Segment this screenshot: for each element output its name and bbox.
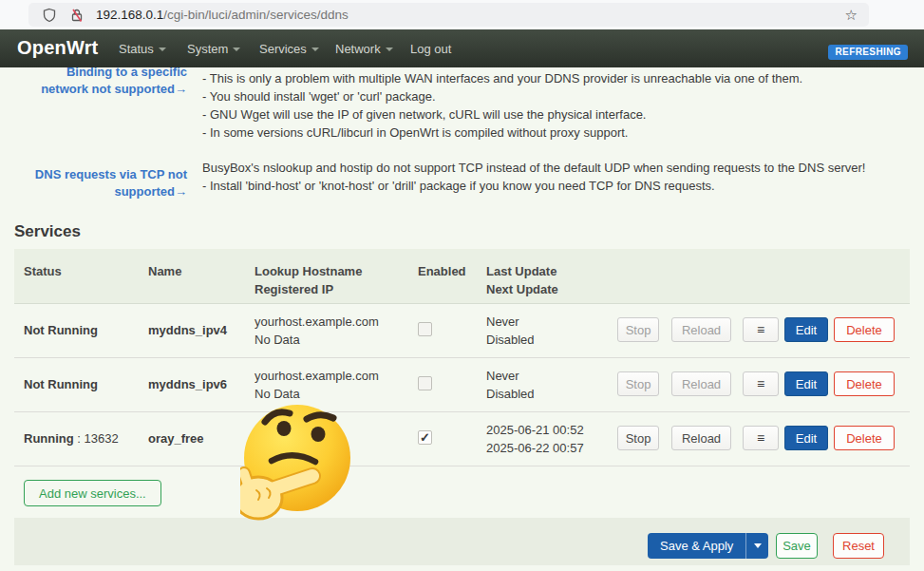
save-apply-dropdown-toggle[interactable] [745,533,768,559]
lock-slash-icon[interactable] [69,8,85,23]
service-name: oray_free [148,411,204,466]
chevron-down-icon [386,48,393,51]
nav-system[interactable]: System [187,42,240,56]
nav-network[interactable]: Network [335,42,393,56]
save-button[interactable]: Save [776,533,818,559]
delete-button[interactable]: Delete [834,317,895,342]
nav-status[interactable]: Status [119,42,166,56]
bookmark-star-icon[interactable]: ☆ [845,6,858,24]
reload-button[interactable]: Reload [671,371,731,396]
table-row: Not Running myddns_ipv4 yourhost.example… [14,303,910,358]
save-apply-button-group: Save & Apply [648,533,768,559]
col-status: Status [24,262,62,280]
stop-button[interactable]: Stop [617,317,659,342]
stop-button[interactable]: Stop [617,371,659,396]
col-lookup: Lookup Hostname Registered IP [255,262,362,298]
nav-logout[interactable]: Log out [410,42,451,56]
service-status: Not Running [24,357,98,411]
more-actions-icon[interactable]: ≡ [743,426,779,450]
url-text[interactable]: 192.168.0.1/cgi-bin/luci/admin/services/… [96,8,349,22]
url-host: 192.168.0.1 [96,8,163,22]
help-link-dns-tcp[interactable]: DNS requests via TCP not supported→ [24,166,187,200]
reload-button[interactable]: Reload [671,426,731,450]
save-apply-button[interactable]: Save & Apply [648,533,745,559]
enabled-checkbox[interactable] [418,322,432,336]
col-name: Name [148,262,181,280]
url-path: /cgi-bin/luci/admin/services/ddns [163,8,348,22]
delete-button[interactable]: Delete [834,371,895,396]
reload-button[interactable]: Reload [671,317,731,342]
browser-chrome: 192.168.0.1/cgi-bin/luci/admin/services/… [0,0,924,29]
table-header: Status Name Lookup Hostname Registered I… [14,249,910,304]
footer-bar: Save & Apply Save Reset [14,518,910,565]
add-new-services-button[interactable]: Add new services... [24,480,161,506]
more-actions-icon[interactable]: ≡ [743,371,779,396]
chevron-down-icon [754,543,762,548]
service-status: Not Running [24,303,98,357]
col-update: Last Update Next Update [486,262,558,298]
chevron-down-icon [159,48,166,51]
service-lookup: yourhost.example.com No Data [255,313,379,349]
help-link-binding[interactable]: Binding to a specific network not suppor… [24,64,187,98]
reset-button[interactable]: Reset [833,533,884,559]
enabled-checkbox[interactable] [418,376,432,390]
chevron-down-icon [233,48,240,51]
edit-button[interactable]: Edit [784,371,828,396]
brand-logo: OpenWrt [17,37,98,59]
help-text-binding: - This is only a problem with multiple W… [202,69,802,142]
more-actions-icon[interactable]: ≡ [743,317,779,342]
shield-icon[interactable] [42,8,57,23]
service-name: myddns_ipv6 [148,357,227,411]
nav-services[interactable]: Services [259,42,319,56]
edit-button[interactable]: Edit [784,317,828,342]
screen: 192.168.0.1/cgi-bin/luci/admin/services/… [0,0,924,571]
refreshing-badge[interactable]: REFRESHING [828,45,908,60]
service-lookup: yourhost.example.com No Data [255,367,379,403]
table-row: Not Running myddns_ipv6 yourhost.example… [14,357,910,412]
table-row: Running : 13632 oray_free 2025-06-21 00:… [14,411,910,466]
enabled-checkbox[interactable] [418,430,432,445]
service-status: Running : 13632 [24,411,119,466]
service-updates: Never Disabled [486,313,535,349]
service-updates: Never Disabled [486,367,535,403]
navbar: OpenWrt Status System Services Network L… [0,29,924,67]
thinking-emoji [240,403,353,526]
service-name: myddns_ipv4 [148,303,227,357]
page-title: Services [14,222,81,241]
service-updates: 2025-06-21 00:52 2025-06-22 00:57 [486,421,584,457]
url-bar[interactable]: 192.168.0.1/cgi-bin/luci/admin/services/… [28,3,869,27]
chevron-down-icon [311,48,319,51]
delete-button[interactable]: Delete [834,426,895,450]
col-enabled: Enabled [418,262,466,280]
stop-button[interactable]: Stop [617,426,659,450]
help-text-dns-tcp: BusyBox's nslookup and hostip do not sup… [202,159,865,195]
edit-button[interactable]: Edit [784,426,828,450]
